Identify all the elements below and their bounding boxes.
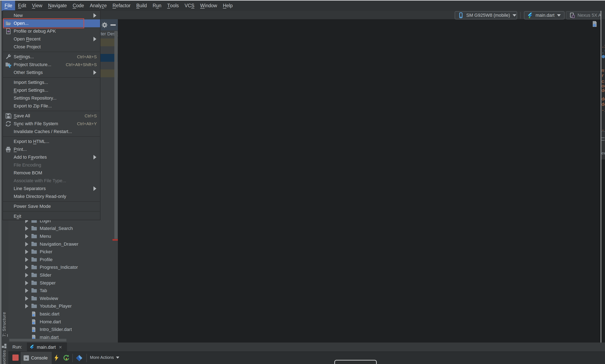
menu-item-close-project[interactable]: Close Project [3, 43, 100, 51]
console-icon: » [24, 355, 29, 361]
menu-item-line-separators[interactable]: Line Separators [3, 185, 100, 193]
menubar-item-run[interactable]: Run [150, 1, 164, 11]
menu-icon-spacer [5, 69, 12, 76]
tree-item-picker[interactable]: Picker [8, 248, 114, 256]
menu-item-label: Make Directory Read-only [14, 194, 66, 199]
project-structure-icon [5, 61, 12, 68]
menu-item-label: Project Structure... [14, 62, 51, 67]
tree-item-webview[interactable]: Webview [8, 295, 114, 302]
tree-item-basic-dart[interactable]: basic.dart [8, 310, 114, 318]
menu-item-label: New [14, 13, 23, 18]
expand-arrow-icon[interactable] [25, 265, 28, 270]
menubar-item-vcs[interactable]: VCS [182, 1, 197, 11]
menu-item-open-recent[interactable]: Open Recent [3, 35, 100, 43]
hide-panel-icon[interactable] [110, 24, 116, 26]
menu-item-shortcut: Ctrl+Alt+Shift+S [66, 62, 97, 67]
menu-item-save-all[interactable]: Save AllCtrl+S [3, 112, 100, 120]
stop-button[interactable] [13, 354, 19, 361]
menubar-item-edit[interactable]: Edit [15, 1, 29, 11]
tree-item-material-search[interactable]: Material_Search [8, 225, 114, 233]
tree-item-profile[interactable]: Profile [8, 256, 114, 264]
dart-file-icon [31, 319, 38, 325]
menubar-item-window[interactable]: Window [197, 1, 220, 11]
expand-arrow-icon[interactable] [25, 234, 28, 239]
tree-item-tab[interactable]: Tab [8, 287, 114, 295]
close-icon[interactable]: ✕ [59, 345, 62, 350]
menu-item-remove-bom[interactable]: Remove BOM [3, 169, 100, 177]
menu-item-sync-with-file-system[interactable]: Sync with File SystemCtrl+Alt+Y [3, 120, 100, 128]
save-icon [5, 113, 12, 119]
menu-item-make-directory-read-only[interactable]: Make Directory Read-only [3, 193, 100, 200]
tree-item-menu[interactable]: Menu [8, 233, 114, 240]
menubar-item-view[interactable]: View [29, 1, 45, 11]
menu-item-add-to-favorites[interactable]: Add to Favorites [3, 153, 100, 161]
tree-item-youtube-player[interactable]: Youtube_Player [8, 302, 114, 310]
tree-horizontal-scrollbar[interactable] [9, 339, 66, 341]
expand-arrow-icon[interactable] [25, 257, 28, 262]
tree-item-navigation-drawer[interactable]: Navigation_Drawer [8, 240, 114, 248]
menu-item-print[interactable]: Print... [3, 145, 100, 153]
expand-arrow-icon[interactable] [25, 281, 28, 285]
tab-console[interactable]: » Console [21, 352, 52, 364]
hot-reload-icon[interactable] [53, 354, 60, 361]
gear-icon[interactable] [101, 21, 108, 29]
menu-item-project-structure[interactable]: Project Structure...Ctrl+Alt+Shift+S [3, 61, 100, 69]
tree-item-progress-indicator[interactable]: Progress_Indicator [8, 264, 114, 272]
device-selector-label: SM G925W8 (mobile) [466, 13, 510, 18]
menubar-item-refactor[interactable]: Refactor [109, 1, 133, 11]
tree-vertical-scrollbar[interactable] [114, 31, 118, 239]
menubar-item-navigate[interactable]: Navigate [45, 1, 70, 11]
menu-item-export-to-html[interactable]: Export to HTML... [3, 138, 100, 145]
menu-item-exit[interactable]: Exit [3, 212, 100, 220]
menubar-item-analyze[interactable]: Analyze [87, 1, 109, 11]
expand-arrow-icon[interactable] [25, 226, 28, 231]
cutoff-popup-button[interactable] [334, 360, 377, 364]
expand-arrow-icon[interactable] [25, 242, 28, 247]
expand-arrow-icon[interactable] [25, 288, 28, 293]
tree-item-home-dart[interactable]: Home.dart [8, 318, 114, 326]
menu-icon-spacer [5, 128, 12, 135]
menu-item-settings-repository[interactable]: Settings Repository... [3, 94, 100, 102]
menubar-item-file[interactable]: File [2, 1, 15, 11]
tree-item-label: Slider [40, 273, 51, 278]
expand-arrow-icon[interactable] [25, 273, 28, 277]
target-device-selector[interactable]: Nexus 5X AP [566, 11, 605, 19]
expand-arrow-icon[interactable] [25, 304, 28, 308]
menu-item-open[interactable]: Open... [3, 19, 100, 27]
run-config-selector[interactable]: main.dart [524, 11, 565, 19]
hot-restart-icon[interactable] [62, 354, 70, 361]
tree-item-label: Material_Search [40, 226, 73, 231]
device-selector[interactable]: SM G925W8 (mobile) [455, 11, 517, 19]
submenu-arrow-icon [94, 155, 96, 159]
menu-item-import-settings[interactable]: Import Settings... [3, 78, 100, 86]
code-fragment: do [602, 97, 605, 102]
tree-item-intro-slider-dart[interactable]: Intro_Slider.dart [8, 325, 114, 333]
expand-arrow-icon[interactable] [25, 296, 28, 301]
menu-item-settings[interactable]: Settings...Ctrl+Alt+S [3, 53, 100, 61]
toolwindow-button-structure[interactable]: 7: Structure [0, 306, 8, 343]
menubar-item-build[interactable]: Build [133, 1, 150, 11]
menu-item-other-settings[interactable]: Other Settings [3, 69, 100, 77]
menu-item-shortcut: Ctrl+Alt+Y [77, 121, 97, 126]
dart-devtools-icon[interactable] [76, 354, 83, 362]
menu-item-export-settings[interactable]: Export Settings... [3, 86, 100, 94]
menubar-item-code[interactable]: Code [70, 1, 87, 11]
menubar-item-help[interactable]: Help [220, 1, 236, 11]
apk-icon [5, 28, 12, 35]
tree-item-label: Menu [40, 234, 51, 239]
run-tab-main-dart[interactable]: main.dart ✕ [27, 342, 67, 352]
menu-item-label: Profile or debug APK [14, 28, 56, 34]
run-label: Run: [13, 344, 22, 350]
tree-item-slider[interactable]: Slider [8, 271, 114, 279]
menu-item-new[interactable]: New [3, 12, 100, 19]
submenu-arrow-icon [94, 37, 96, 41]
menubar-item-tools[interactable]: Tools [164, 1, 182, 11]
menu-item-power-save-mode[interactable]: Power Save Mode [3, 202, 100, 210]
tree-item-stepper[interactable]: Stepper [8, 279, 114, 287]
toolwindow-button-favorites[interactable]: Favorites [0, 345, 8, 364]
expand-arrow-icon[interactable] [25, 249, 28, 254]
menu-item-profile-or-debug-apk[interactable]: Profile or debug APK [3, 27, 100, 35]
menu-item-export-to-zip-file[interactable]: Export to Zip File... [3, 102, 100, 110]
more-actions-button[interactable]: More Actions [90, 355, 119, 360]
menu-item-invalidate-caches-restart[interactable]: Invalidate Caches / Restart... [3, 128, 100, 135]
